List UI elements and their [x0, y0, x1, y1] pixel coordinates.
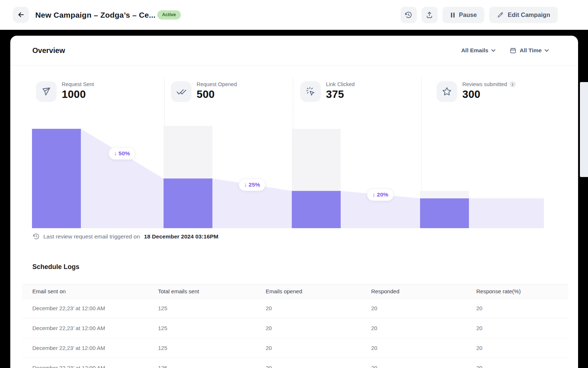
table-row: December 22,23’ at 12:00 AM125202020 — [22, 338, 568, 358]
overview-title: Overview — [32, 46, 65, 55]
drop-badge: ↓ 20% — [367, 188, 394, 201]
table-cell: 20 — [371, 305, 476, 311]
column-header: Response rate(%) — [476, 288, 568, 294]
stat-request-opened: Request Opened 500 — [171, 81, 237, 102]
table-cell: December 22,23’ at 12:00 AM — [22, 345, 158, 351]
table-cell: 125 — [158, 325, 266, 331]
column-header: Total emails sent — [158, 288, 266, 294]
edit-campaign-button[interactable]: Edit Campaign — [489, 7, 558, 23]
table-row: December 22,23’ at 12:00 AM125202020 — [22, 318, 568, 338]
info-icon[interactable]: i — [510, 81, 516, 87]
funnel-chart — [32, 121, 544, 228]
table-cell: 20 — [266, 345, 371, 351]
funnel-bar — [292, 191, 341, 228]
funnel-svg — [32, 121, 544, 228]
table-cell: 125 — [158, 365, 266, 368]
pause-label: Pause — [459, 11, 477, 18]
schedule-logs-title: Schedule Logs — [32, 263, 79, 271]
scrollbar-thumb[interactable] — [580, 82, 588, 177]
star-icon — [437, 81, 457, 102]
drop-badge: ↓ 50% — [108, 147, 135, 160]
double-check-icon — [171, 81, 191, 102]
table-cell: 20 — [476, 305, 568, 311]
pause-button[interactable]: Pause — [442, 7, 485, 23]
table-cell: 20 — [371, 325, 476, 331]
stat-reviews-submitted: Reviews submitted i 300 — [437, 81, 516, 102]
stat-label: Request Opened — [197, 81, 237, 87]
table-cell: 125 — [158, 305, 266, 311]
funnel-bar — [32, 129, 81, 228]
upload-icon — [425, 11, 434, 19]
chevron-down-icon — [545, 49, 549, 52]
schedule-table-body: December 22,23’ at 12:00 AM125202020Dece… — [22, 298, 568, 368]
edit-campaign-label: Edit Campaign — [508, 11, 550, 18]
table-cell: 20 — [476, 365, 568, 368]
stat-label: Link Clicked — [326, 81, 355, 87]
history-button[interactable] — [401, 7, 417, 23]
stat-label: Reviews submitted i — [462, 81, 516, 87]
stat-value: 1000 — [62, 88, 94, 100]
column-header: Responded — [371, 288, 476, 294]
chevron-down-icon — [491, 49, 495, 52]
table-cell: 20 — [266, 305, 371, 311]
drop-badge: ↓ 25% — [239, 178, 265, 191]
funnel-bar — [420, 198, 469, 228]
last-triggered-line: Last review request email triggered on 1… — [32, 233, 218, 240]
pencil-icon — [497, 11, 504, 18]
page-title: New Campaign – Zodga’s – Ce... — [35, 0, 155, 30]
table-cell: 125 — [158, 345, 266, 351]
table-header-row: Email sent on Total emails sent Emails o… — [22, 284, 568, 298]
overview-card: Overview All Emails All Time — [10, 36, 578, 368]
overview-filters: All Emails All Time — [461, 47, 549, 54]
back-button[interactable] — [13, 7, 29, 23]
status-badge: Active — [157, 10, 181, 20]
clock-history-icon — [32, 233, 40, 240]
emails-filter-label: All Emails — [461, 47, 488, 54]
stat-request-sent: Request Sent 1000 — [36, 81, 94, 102]
schedule-logs-table: Email sent on Total emails sent Emails o… — [22, 284, 568, 368]
stat-link-clicked: Link Clicked 375 — [300, 81, 355, 102]
stat-value: 300 — [462, 88, 516, 100]
triggered-prefix: Last review request email triggered on — [43, 233, 140, 240]
arrow-left-icon — [17, 11, 25, 19]
clock-history-icon — [404, 11, 413, 19]
emails-filter-dropdown[interactable]: All Emails — [461, 47, 495, 54]
table-cell: 20 — [266, 325, 371, 331]
pause-icon — [450, 12, 455, 18]
stat-value: 500 — [197, 88, 237, 100]
stat-label-text: Reviews submitted — [462, 81, 507, 87]
column-header: Emails opened — [266, 288, 371, 294]
overview-header: Overview All Emails All Time — [10, 36, 578, 66]
table-cell: 20 — [476, 325, 568, 331]
table-cell: 20 — [266, 365, 371, 368]
calendar-icon — [509, 47, 517, 54]
time-filter-dropdown[interactable]: All Time — [509, 47, 549, 54]
table-cell: December 22,23’ at 12:00 AM — [22, 305, 158, 311]
topbar-actions: Pause Edit Campaign — [401, 7, 558, 23]
export-button[interactable] — [422, 7, 438, 23]
topbar: New Campaign – Zodga’s – Ce... Active Pa… — [0, 0, 588, 30]
table-cell: 20 — [476, 345, 568, 351]
table-cell: 20 — [371, 345, 476, 351]
table-cell: 20 — [371, 365, 476, 368]
send-icon — [36, 81, 57, 102]
stat-value: 375 — [326, 88, 355, 100]
column-header: Email sent on — [22, 288, 158, 294]
triggered-datetime: 18 December 2024 03:16PM — [144, 233, 219, 240]
click-icon — [300, 81, 321, 102]
table-row: December 22,23’ at 12:00 AM125202020 — [22, 358, 568, 368]
table-row: December 22,23’ at 12:00 AM125202020 — [22, 298, 568, 318]
table-cell: December 22,23’ at 12:00 AM — [22, 365, 158, 368]
time-filter-label: All Time — [520, 47, 542, 54]
funnel-bar — [164, 178, 212, 228]
table-cell: December 22,23’ at 12:00 AM — [22, 325, 158, 331]
stat-label: Request Sent — [62, 81, 94, 87]
